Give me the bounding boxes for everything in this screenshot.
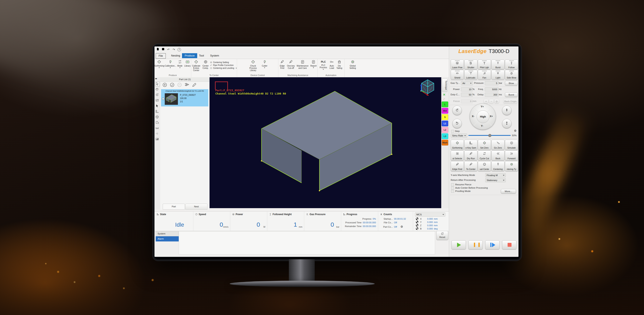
ribbon-dis-tailing[interactable]: Dis Tailing: [336, 60, 343, 69]
menu-produce[interactable]: Produce: [182, 53, 197, 58]
manual-center-button[interactable]: ual Cente: [478, 161, 491, 171]
focus-origin-button[interactable]: ◎: [494, 99, 499, 104]
to-center-button[interactable]: To Center: [464, 161, 478, 171]
jog-x-minus[interactable]: X-: [472, 115, 474, 118]
pause-button[interactable]: [468, 240, 483, 250]
view-3d-icon[interactable]: [155, 115, 160, 119]
part-list-item[interactable]: Channel Steel Width80xHeight40 D2 T2 L10…: [161, 89, 208, 106]
gas-type-select[interactable]: Air: [461, 81, 473, 85]
ribbon-plc-process[interactable]: PLCPLC Process: [319, 60, 328, 70]
fit-view-icon[interactable]: [155, 98, 160, 102]
yaxis-mode-select[interactable]: Floating M: [485, 173, 506, 177]
focus-minus-button[interactable]: −: [489, 99, 494, 104]
select-all-icon[interactable]: [170, 82, 175, 88]
return-after-select[interactable]: Stationary: [485, 178, 506, 182]
set-zero-button[interactable]: Set Zero: [478, 140, 491, 150]
collapse-panel-icon[interactable]: ◀▶: [155, 78, 157, 80]
resume-pierce-checkbox[interactable]: [451, 183, 454, 186]
save-icon[interactable]: [161, 48, 165, 52]
toggle-burst[interactable]: Burst: [491, 60, 504, 70]
toggle-follow[interactable]: Follow: [505, 60, 518, 70]
jog-y-minus[interactable]: Y-: [481, 124, 483, 128]
toggle-shield[interactable]: Shield: [451, 70, 464, 80]
toggle-light[interactable]: Light: [491, 70, 504, 80]
pan-tool-icon[interactable]: [155, 87, 160, 92]
toggle-laser-power[interactable]: Laser Pow: [451, 60, 464, 70]
z-down-button[interactable]: [502, 119, 512, 128]
auto-center-checkbox[interactable]: [451, 186, 454, 190]
ribbon-centering-setting[interactable]: Centering Setting: [210, 61, 237, 64]
back-button[interactable]: Back: [491, 150, 504, 161]
blow-button[interactable]: Blow: [505, 81, 518, 86]
view-options-icon[interactable]: [155, 126, 160, 130]
ribbon-calibrate-baxis[interactable]: Calibrate B-Axis Center: [191, 60, 201, 72]
ribbon-cutter[interactable]: Cutter: [260, 60, 269, 68]
select-tool-icon[interactable]: [155, 82, 160, 86]
simu-rate-handle[interactable]: [488, 134, 491, 137]
nav-cube[interactable]: [420, 80, 434, 96]
ribbon-chuck-process-library[interactable]: Chuck Process Library: [246, 60, 260, 72]
ribbon-mode[interactable]: Mode: [177, 60, 183, 68]
ribbon-centering-and-leveling[interactable]: Centering and Leveling: [210, 67, 237, 69]
z-up-button[interactable]: [502, 106, 512, 115]
menu-nesting[interactable]: Nesting: [168, 53, 183, 58]
reset-button[interactable]: Reset: [436, 231, 448, 240]
centering-type-button[interactable]: ntering Ty: [505, 161, 518, 171]
viewport-3d[interactable]: Part:P_0723_093927 Channel Steel Width80…: [210, 77, 441, 208]
layer-tab-l[interactable]: L: [442, 102, 448, 107]
go-zero-button[interactable]: Go Zero: [491, 140, 504, 150]
tab-nest[interactable]: Nest: [185, 204, 208, 210]
layer-tab-mark[interactable]: Mark: [442, 140, 448, 146]
help-icon[interactable]: ?: [178, 48, 181, 51]
pressure-input[interactable]: 5: [485, 81, 498, 85]
focus-plus-button[interactable]: +: [484, 99, 488, 104]
centering-button[interactable]: Centering: [491, 161, 504, 171]
tab-system[interactable]: System: [156, 231, 179, 236]
corner-tool-icon[interactable]: [155, 120, 160, 125]
ribbon-edge-find[interactable]: Edge Find: [278, 60, 286, 69]
back-origin-button[interactable]: Back Origin: [503, 99, 518, 104]
stop-button[interactable]: [502, 240, 516, 250]
duty-input[interactable]: 50: [461, 93, 473, 97]
toggle-pilot-light[interactable]: Pilot Ligh: [478, 60, 491, 70]
ribbon-pipe-profile-correction[interactable]: Pipe Profile Correction: [210, 64, 237, 66]
jog-y-plus[interactable]: Y+: [481, 105, 484, 108]
start-button[interactable]: [452, 240, 466, 250]
ribbon-calibration[interactable]: Calibration...: [165, 60, 176, 68]
layer-tab-l2[interactable]: L2: [442, 127, 448, 133]
redo-icon[interactable]: ↷: [172, 48, 176, 52]
announce-icon[interactable]: [155, 132, 160, 136]
layer-tab-l1[interactable]: L1: [442, 120, 448, 126]
tab-alarm[interactable]: Alarm: [156, 236, 179, 242]
undo-icon[interactable]: ↶: [166, 48, 170, 52]
power-input[interactable]: 10: [461, 87, 473, 92]
freq-input[interactable]: 5000: [485, 87, 498, 92]
tab-part[interactable]: Part: [163, 204, 185, 210]
step-checkbox[interactable]: [451, 130, 454, 133]
menu-tool[interactable]: Tool: [196, 53, 207, 58]
jog-pad[interactable]: Y+ X- X+ Y- High: [470, 103, 496, 130]
remove-part-icon[interactable]: [177, 82, 182, 88]
edge-find-button[interactable]: Edge Find: [451, 161, 464, 171]
batch-parts-icon[interactable]: [184, 82, 190, 88]
one-key-sampling-button[interactable]: e Key Sam: [464, 140, 478, 150]
part-checkbox[interactable]: [162, 98, 164, 100]
shading-icon[interactable]: [155, 137, 160, 141]
cut-selected-button[interactable]: ut Selecte: [451, 150, 464, 161]
toggle-fan[interactable]: Fan: [478, 70, 491, 80]
rotate-view-icon[interactable]: [155, 93, 160, 97]
cycle-cut-button[interactable]: Cycle Cut: [478, 150, 491, 161]
resume-button[interactable]: [485, 240, 500, 250]
jog-speed-high-button[interactable]: High: [476, 110, 489, 123]
close-icon[interactable]: ✕: [443, 93, 446, 96]
pick-tool-icon[interactable]: [155, 104, 160, 108]
delay-input[interactable]: 300: [485, 93, 498, 97]
menu-file[interactable]: File: [156, 53, 166, 58]
more-button[interactable]: More...: [501, 189, 516, 194]
layer-tab-l3[interactable]: L3: [442, 133, 448, 139]
toggle-side-blow[interactable]: Side Blow: [505, 70, 518, 80]
proofing-mode-checkbox[interactable]: [451, 190, 454, 193]
simulate-button[interactable]: Simulate: [505, 140, 518, 150]
toggle-shutter[interactable]: Shutter: [464, 60, 478, 70]
mcs-select[interactable]: MCS: [415, 212, 445, 216]
